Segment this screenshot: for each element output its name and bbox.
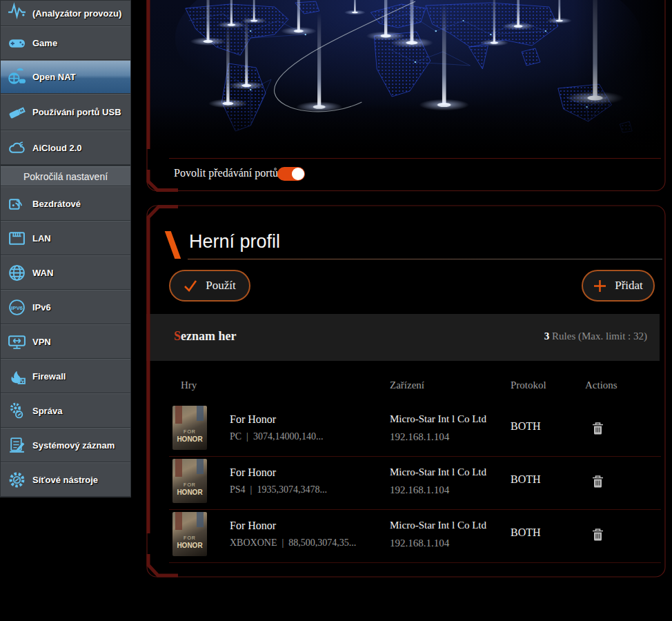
traffic-analyzer-icon <box>1 1 32 19</box>
wireless-icon <box>1 195 32 213</box>
sidebar-item-label: Správa <box>32 406 65 416</box>
column-header-protocol: Protokol <box>511 379 546 391</box>
plus-icon <box>593 279 606 293</box>
sidebar-item-label: LAN <box>32 233 54 244</box>
ipv6-icon: IPV6 <box>1 298 32 317</box>
footer: ? Help & Podpora Příručka | Nástroj | Re… <box>0 583 672 621</box>
sidebar-item-label: Open NAT <box>32 72 79 82</box>
table-row: FOR HONOR For Honor PC | 3074,14000,140.… <box>146 404 666 457</box>
add-button-label: Přidat <box>615 279 643 293</box>
sidebar-item-wan[interactable]: WAN <box>1 255 130 290</box>
game-name: For Honor <box>230 413 276 426</box>
delete-icon[interactable] <box>592 475 604 488</box>
sidebar-item-label: Game <box>32 38 60 48</box>
sidebar-item-label: Systémový záznam <box>32 440 117 451</box>
check-icon <box>184 279 197 292</box>
toggle-knob <box>292 168 304 180</box>
sidebar-group-main: (Analyzátor provozu) Game <box>0 0 131 166</box>
apply-button-label: Použít <box>206 279 235 293</box>
device-name: Micro-Star Int l Co Ltd <box>390 520 486 531</box>
sidebar-item-wireless[interactable]: Bezdrátové <box>1 186 130 221</box>
firewall-icon <box>1 367 32 386</box>
game-name: For Honor <box>230 520 276 532</box>
delete-icon[interactable] <box>592 528 604 541</box>
title-slash-icon <box>165 231 181 259</box>
protocol-value: BOTH <box>511 473 541 486</box>
sidebar-item-ipv6[interactable]: IPV6 IPv6 <box>1 290 130 324</box>
panel-divider <box>169 158 661 159</box>
sidebar-item-open-nat[interactable]: Open NAT <box>1 60 130 94</box>
sidebar-section-header: Pokročilá nastavení <box>1 166 130 186</box>
sidebar-item-firewall[interactable]: Firewall <box>1 359 130 393</box>
sidebar-item-game[interactable]: Game <box>1 26 130 60</box>
lan-icon <box>1 229 32 248</box>
row-separator <box>169 562 661 563</box>
game-profile-panel: Herní profil Použít Přidat Seznam her 3 … <box>146 205 666 578</box>
system-log-icon <box>1 436 32 455</box>
sidebar-item-label: IPv6 <box>32 302 54 313</box>
column-header-actions: Actions <box>585 379 617 391</box>
device-ip: 192.168.1.104 <box>390 484 449 496</box>
open-nat-icon <box>1 68 32 86</box>
world-map-image <box>148 0 664 150</box>
protocol-value: BOTH <box>511 526 541 539</box>
add-button[interactable]: Přidat <box>582 270 655 302</box>
port-forwarding-label: Povolit předávání portů <box>174 167 278 179</box>
sidebar-item-system-log[interactable]: Systémový záznam <box>1 428 130 462</box>
sidebar-item-label: Používání portů USB <box>32 107 124 117</box>
table-row: FOR HONOR For Honor PS4 | 1935,3074,3478… <box>146 457 666 510</box>
game-list-header-band: Seznam her 3 Rules (Max. limit : 32) <box>146 314 660 361</box>
delete-icon[interactable] <box>592 422 604 435</box>
network-tools-icon <box>1 471 32 489</box>
apply-button[interactable]: Použít <box>169 270 250 302</box>
game-thumbnail: FOR HONOR <box>172 406 207 450</box>
device-name: Micro-Star Int l Co Ltd <box>390 413 486 425</box>
sidebar-item-label: Síťové nástroje <box>32 475 101 485</box>
usb-ports-icon <box>1 103 32 121</box>
svg-text:IPV6: IPV6 <box>11 304 23 310</box>
game-icon <box>1 34 32 52</box>
sidebar-item-usb-ports[interactable]: Používání portů USB <box>1 94 130 130</box>
aicloud-icon <box>1 139 32 157</box>
sidebar-item-vpn[interactable]: VPN <box>1 324 130 359</box>
column-header-games: Hry <box>181 379 197 391</box>
wan-icon <box>1 264 32 282</box>
sidebar-item-label: WAN <box>32 268 56 278</box>
platform-ports: PC | 3074,14000,140... <box>230 431 323 442</box>
protocol-value: BOTH <box>511 420 541 433</box>
sidebar-item-label: Bezdrátové <box>32 199 83 209</box>
sidebar-item-traffic-analyzer[interactable]: (Analyzátor provozu) <box>1 1 130 26</box>
sidebar-item-administration[interactable]: Správa <box>1 393 130 428</box>
game-thumbnail: FOR HONOR <box>172 459 207 503</box>
open-nat-page: (Analyzátor provozu) Game <box>0 0 672 621</box>
game-list-title: Seznam her <box>174 329 237 344</box>
device-name: Micro-Star Int l Co Ltd <box>390 466 486 478</box>
sidebar-item-label: VPN <box>32 337 54 347</box>
device-ip: 192.168.1.104 <box>390 538 449 549</box>
sidebar-group-advanced: Pokročilá nastavení Bezdrátové LAN <box>0 166 131 497</box>
page-title: Herní profil <box>189 231 280 253</box>
sidebar-item-network-tools[interactable]: Síťové nástroje <box>1 462 130 497</box>
sidebar-item-label: AiCloud 2.0 <box>32 143 85 153</box>
sidebar-item-label: Firewall <box>32 371 68 382</box>
platform-ports: XBOXONE | 88,500,3074,35... <box>230 538 356 549</box>
sidebar-item-lan[interactable]: LAN <box>1 221 130 255</box>
platform-ports: PS4 | 1935,3074,3478... <box>230 484 327 495</box>
port-forwarding-panel: Povolit předávání portů <box>146 0 666 192</box>
table-row: FOR HONOR For Honor XBOXONE | 88,500,307… <box>146 510 666 563</box>
device-ip: 192.168.1.104 <box>390 431 449 443</box>
title-underline <box>188 259 662 259</box>
column-header-device: Zařízení <box>390 379 424 391</box>
game-thumbnail: FOR HONOR <box>172 512 207 556</box>
rules-count: 3 Rules (Max. limit : 32) <box>544 331 647 342</box>
sidebar-item-aicloud[interactable]: AiCloud 2.0 <box>1 130 130 165</box>
sidebar-item-label: (Analyzátor provozu) <box>32 8 124 19</box>
port-forwarding-toggle[interactable] <box>277 167 305 181</box>
game-name: For Honor <box>230 466 276 479</box>
vpn-icon <box>1 333 32 351</box>
administration-icon <box>1 402 32 420</box>
